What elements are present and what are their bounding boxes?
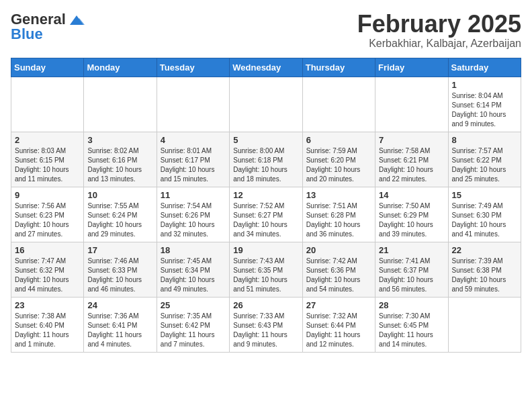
weekday-header-sunday: Sunday [11, 58, 84, 77]
calendar-cell: 13Sunrise: 7:51 AM Sunset: 6:28 PM Dayli… [302, 187, 375, 242]
calendar-cell: 26Sunrise: 7:33 AM Sunset: 6:43 PM Dayli… [230, 297, 302, 352]
day-number: 9 [15, 190, 80, 200]
calendar-cell [11, 77, 84, 132]
calendar-cell [84, 77, 157, 132]
calendar-cell: 2Sunrise: 8:03 AM Sunset: 6:15 PM Daylig… [11, 132, 84, 187]
month-title: February 2025 [357, 11, 521, 38]
logo-icon [67, 13, 86, 26]
day-number: 10 [87, 190, 152, 200]
calendar-cell: 18Sunrise: 7:45 AM Sunset: 6:34 PM Dayli… [157, 242, 229, 297]
weekday-header-friday: Friday [375, 58, 448, 77]
weekday-header-wednesday: Wednesday [230, 58, 302, 77]
weekday-header-saturday: Saturday [448, 58, 521, 77]
calendar-week-row-5: 23Sunrise: 7:38 AM Sunset: 6:40 PM Dayli… [11, 297, 521, 352]
day-number: 17 [87, 245, 152, 255]
day-number: 18 [161, 245, 226, 255]
day-number: 8 [452, 135, 517, 145]
calendar-cell: 10Sunrise: 7:55 AM Sunset: 6:24 PM Dayli… [84, 187, 157, 242]
calendar-cell: 15Sunrise: 7:49 AM Sunset: 6:30 PM Dayli… [448, 187, 521, 242]
day-info: Sunrise: 7:58 AM Sunset: 6:21 PM Dayligh… [379, 146, 444, 184]
day-number: 7 [379, 135, 444, 145]
day-info: Sunrise: 7:45 AM Sunset: 6:34 PM Dayligh… [161, 257, 226, 294]
day-info: Sunrise: 8:02 AM Sunset: 6:16 PM Dayligh… [87, 146, 152, 184]
day-number: 15 [452, 190, 517, 200]
day-number: 1 [452, 80, 517, 90]
day-number: 4 [161, 135, 226, 145]
calendar-cell: 11Sunrise: 7:54 AM Sunset: 6:26 PM Dayli… [157, 187, 229, 242]
calendar-cell: 21Sunrise: 7:41 AM Sunset: 6:37 PM Dayli… [375, 242, 448, 297]
day-number: 12 [233, 190, 298, 200]
calendar-cell: 25Sunrise: 7:35 AM Sunset: 6:42 PM Dayli… [157, 297, 229, 352]
calendar-cell [375, 77, 448, 132]
calendar-cell [157, 77, 229, 132]
day-info: Sunrise: 7:46 AM Sunset: 6:33 PM Dayligh… [87, 257, 152, 294]
weekday-header-monday: Monday [84, 58, 157, 77]
calendar-cell: 22Sunrise: 7:39 AM Sunset: 6:38 PM Dayli… [448, 242, 521, 297]
calendar-cell [448, 297, 521, 352]
calendar-cell: 3Sunrise: 8:02 AM Sunset: 6:16 PM Daylig… [84, 132, 157, 187]
day-number: 26 [233, 300, 298, 310]
day-info: Sunrise: 7:59 AM Sunset: 6:20 PM Dayligh… [306, 146, 371, 184]
calendar-week-row-4: 16Sunrise: 7:47 AM Sunset: 6:32 PM Dayli… [11, 242, 521, 297]
day-info: Sunrise: 7:33 AM Sunset: 6:43 PM Dayligh… [233, 312, 298, 349]
calendar-cell: 12Sunrise: 7:52 AM Sunset: 6:27 PM Dayli… [230, 187, 302, 242]
calendar-cell [302, 77, 375, 132]
day-number: 28 [379, 300, 444, 310]
weekday-header-thursday: Thursday [302, 58, 375, 77]
calendar-cell: 28Sunrise: 7:30 AM Sunset: 6:45 PM Dayli… [375, 297, 448, 352]
day-number: 3 [87, 135, 152, 145]
calendar-cell: 6Sunrise: 7:59 AM Sunset: 6:20 PM Daylig… [302, 132, 375, 187]
logo-blue: Blue [11, 26, 43, 43]
day-info: Sunrise: 7:56 AM Sunset: 6:23 PM Dayligh… [15, 201, 80, 239]
day-number: 5 [233, 135, 298, 145]
day-info: Sunrise: 8:04 AM Sunset: 6:14 PM Dayligh… [452, 91, 517, 129]
calendar-week-row-2: 2Sunrise: 8:03 AM Sunset: 6:15 PM Daylig… [11, 132, 521, 187]
day-number: 16 [15, 245, 80, 255]
title-block: February 2025 Kerbakhiar, Kalbajar, Azer… [357, 11, 521, 50]
calendar-cell: 14Sunrise: 7:50 AM Sunset: 6:29 PM Dayli… [375, 187, 448, 242]
calendar-cell: 1Sunrise: 8:04 AM Sunset: 6:14 PM Daylig… [448, 77, 521, 132]
weekday-header-row: SundayMondayTuesdayWednesdayThursdayFrid… [11, 58, 521, 77]
day-info: Sunrise: 7:43 AM Sunset: 6:35 PM Dayligh… [233, 257, 298, 294]
day-number: 11 [161, 190, 226, 200]
calendar-cell: 24Sunrise: 7:36 AM Sunset: 6:41 PM Dayli… [84, 297, 157, 352]
day-number: 24 [87, 300, 152, 310]
calendar-cell: 19Sunrise: 7:43 AM Sunset: 6:35 PM Dayli… [230, 242, 302, 297]
day-info: Sunrise: 7:57 AM Sunset: 6:22 PM Dayligh… [452, 146, 517, 184]
day-info: Sunrise: 7:36 AM Sunset: 6:41 PM Dayligh… [87, 312, 152, 349]
day-info: Sunrise: 7:47 AM Sunset: 6:32 PM Dayligh… [15, 257, 80, 294]
day-number: 19 [233, 245, 298, 255]
day-number: 23 [15, 300, 80, 310]
calendar-cell: 4Sunrise: 8:01 AM Sunset: 6:17 PM Daylig… [157, 132, 229, 187]
day-info: Sunrise: 8:00 AM Sunset: 6:18 PM Dayligh… [233, 146, 298, 184]
day-info: Sunrise: 7:30 AM Sunset: 6:45 PM Dayligh… [379, 312, 444, 349]
calendar-cell: 20Sunrise: 7:42 AM Sunset: 6:36 PM Dayli… [302, 242, 375, 297]
day-number: 22 [452, 245, 517, 255]
day-info: Sunrise: 7:42 AM Sunset: 6:36 PM Dayligh… [306, 257, 371, 294]
day-info: Sunrise: 7:54 AM Sunset: 6:26 PM Dayligh… [161, 201, 226, 239]
page-header: General Blue February 2025 Kerbakhiar, K… [11, 11, 521, 50]
calendar-cell: 9Sunrise: 7:56 AM Sunset: 6:23 PM Daylig… [11, 187, 84, 242]
weekday-header-tuesday: Tuesday [157, 58, 229, 77]
calendar-cell: 5Sunrise: 8:00 AM Sunset: 6:18 PM Daylig… [230, 132, 302, 187]
calendar-cell [230, 77, 302, 132]
location-subtitle: Kerbakhiar, Kalbajar, Azerbaijan [357, 38, 521, 50]
calendar-cell: 8Sunrise: 7:57 AM Sunset: 6:22 PM Daylig… [448, 132, 521, 187]
logo: General Blue [11, 11, 86, 43]
day-number: 6 [306, 135, 371, 145]
calendar-cell: 27Sunrise: 7:32 AM Sunset: 6:44 PM Dayli… [302, 297, 375, 352]
day-info: Sunrise: 7:50 AM Sunset: 6:29 PM Dayligh… [379, 201, 444, 239]
day-info: Sunrise: 8:03 AM Sunset: 6:15 PM Dayligh… [15, 146, 80, 184]
day-info: Sunrise: 8:01 AM Sunset: 6:17 PM Dayligh… [161, 146, 226, 184]
day-info: Sunrise: 7:52 AM Sunset: 6:27 PM Dayligh… [233, 201, 298, 239]
day-number: 13 [306, 190, 371, 200]
day-number: 2 [15, 135, 80, 145]
day-number: 14 [379, 190, 444, 200]
day-number: 25 [161, 300, 226, 310]
day-number: 21 [379, 245, 444, 255]
calendar-cell: 16Sunrise: 7:47 AM Sunset: 6:32 PM Dayli… [11, 242, 84, 297]
day-info: Sunrise: 7:55 AM Sunset: 6:24 PM Dayligh… [87, 201, 152, 239]
day-info: Sunrise: 7:49 AM Sunset: 6:30 PM Dayligh… [452, 201, 517, 239]
day-info: Sunrise: 7:35 AM Sunset: 6:42 PM Dayligh… [161, 312, 226, 349]
day-info: Sunrise: 7:32 AM Sunset: 6:44 PM Dayligh… [306, 312, 371, 349]
